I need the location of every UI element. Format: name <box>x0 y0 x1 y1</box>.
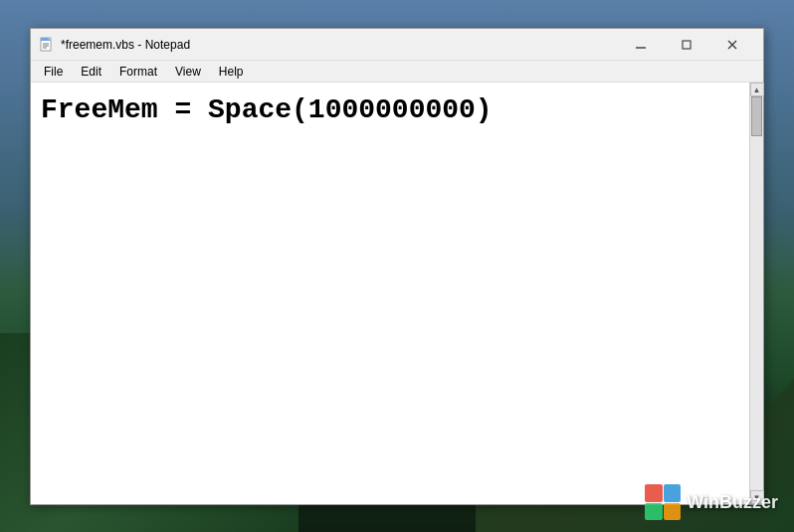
scroll-track[interactable] <box>750 96 763 490</box>
watermark: WinBuzzer <box>645 484 778 520</box>
text-editor[interactable]: FreeMem = Space(1000000000) <box>31 83 749 504</box>
close-button[interactable] <box>709 29 755 61</box>
scrollbar-vertical[interactable]: ▲ ▼ <box>749 83 763 504</box>
logo-cell-blue <box>664 484 682 502</box>
editor-area: FreeMem = Space(1000000000) ▲ ▼ <box>31 83 763 504</box>
window-controls <box>618 29 755 61</box>
winbuzzer-text: WinBuzzer <box>687 492 778 513</box>
notepad-icon <box>39 37 55 53</box>
maximize-button[interactable] <box>664 29 709 61</box>
menu-view[interactable]: View <box>166 62 210 82</box>
logo-cell-green <box>645 503 663 521</box>
logo-cell-red <box>645 484 663 502</box>
menu-help[interactable]: Help <box>210 62 253 82</box>
winbuzzer-logo <box>645 484 681 520</box>
minimize-button[interactable] <box>618 29 664 61</box>
menu-file[interactable]: File <box>35 62 72 82</box>
notepad-window: *freemem.vbs - Notepad File Edit Format … <box>30 28 764 505</box>
svg-rect-7 <box>683 41 691 49</box>
menu-format[interactable]: Format <box>110 62 166 82</box>
title-bar: *freemem.vbs - Notepad <box>31 29 763 61</box>
logo-cell-yellow <box>664 503 682 521</box>
scroll-up-arrow[interactable]: ▲ <box>750 83 764 96</box>
menu-edit[interactable]: Edit <box>72 62 110 82</box>
scroll-thumb[interactable] <box>751 96 762 136</box>
window-title: *freemem.vbs - Notepad <box>61 38 618 52</box>
menu-bar: File Edit Format View Help <box>31 61 763 83</box>
